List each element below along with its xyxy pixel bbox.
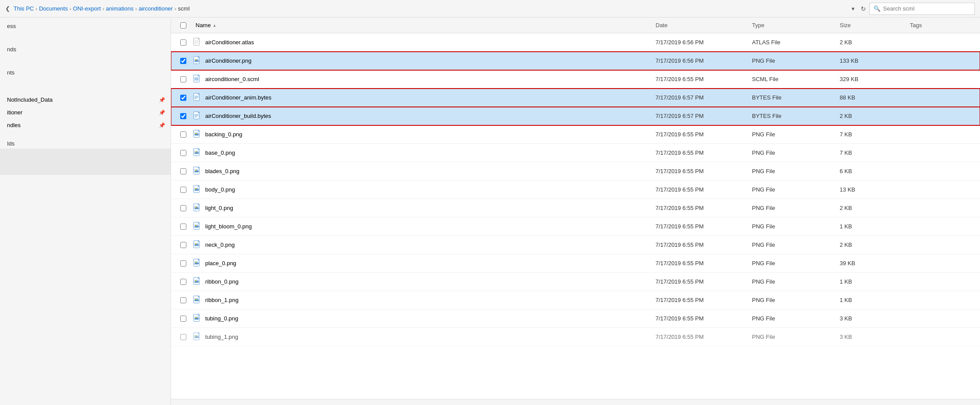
select-all-checkbox[interactable] [180, 22, 186, 28]
explorer-window: ❮ This PC › Documents › ONI-export › ani… [0, 0, 980, 405]
col-header-type[interactable]: Type [748, 22, 836, 28]
file-checkbox[interactable] [180, 224, 186, 230]
table-row[interactable]: light_bloom_0.png7/17/2019 6:55 PMPNG Fi… [171, 217, 980, 236]
ids-section-label: Ids [0, 139, 171, 149]
table-row[interactable]: ribbon_1.png7/17/2019 6:55 PMPNG File1 K… [171, 291, 980, 309]
table-row[interactable]: backing_0.png7/17/2019 6:55 PMPNG File7 … [171, 125, 980, 144]
file-name-cell: body_0.png [192, 185, 652, 195]
refresh-icon[interactable]: ↻ [861, 5, 866, 12]
file-type: PNG File [748, 223, 836, 230]
file-name-label: base_0.png [205, 149, 235, 156]
file-type-icon [192, 167, 202, 176]
svg-point-52 [195, 225, 196, 226]
table-row[interactable]: neck_0.png7/17/2019 6:55 PMPNG File2 KB [171, 236, 980, 254]
table-row[interactable]: tubing_0.png7/17/2019 6:55 PMPNG File3 K… [171, 309, 980, 328]
file-checkbox[interactable] [180, 76, 186, 82]
file-name-label: neck_0.png [205, 242, 235, 248]
table-row[interactable]: airConditioner_build.bytes7/17/2019 6:57… [171, 107, 980, 125]
svg-point-47 [195, 206, 196, 208]
file-type-icon [192, 148, 202, 158]
file-checkbox[interactable] [180, 187, 186, 193]
file-checkbox[interactable] [180, 39, 186, 46]
file-name-label: airConditioner.atlas [205, 39, 254, 46]
file-size: 2 KB [836, 205, 906, 211]
table-row[interactable]: light_0.png7/17/2019 6:55 PMPNG File2 KB [171, 199, 980, 217]
file-checkbox[interactable] [180, 113, 186, 119]
table-row[interactable]: place_0.png7/17/2019 6:55 PMPNG File39 K… [171, 254, 980, 273]
checkbox-cell [175, 76, 192, 82]
file-type: SCML File [748, 76, 836, 82]
sidebar-partial-nds: nds [0, 44, 171, 54]
file-date: 7/17/2019 6:55 PM [652, 186, 748, 193]
file-size: 1 KB [836, 297, 906, 303]
dropdown-icon[interactable]: ▼ [851, 6, 855, 11]
table-row[interactable]: base_0.png7/17/2019 6:55 PMPNG File7 KB [171, 144, 980, 162]
header-checkbox-cell[interactable] [175, 22, 192, 28]
table-row[interactable]: airconditioner_0.scml7/17/2019 6:55 PMSC… [171, 70, 980, 89]
file-size: 133 KB [836, 57, 906, 64]
file-date: 7/17/2019 6:55 PM [652, 131, 748, 138]
file-checkbox[interactable] [180, 316, 186, 322]
file-name-cell: neck_0.png [192, 240, 652, 250]
breadcrumb-this-pc[interactable]: This PC [14, 5, 34, 12]
svg-point-37 [195, 170, 196, 171]
file-size: 6 KB [836, 168, 906, 174]
file-type: PNG File [748, 242, 836, 248]
search-box[interactable]: 🔍 [870, 3, 975, 15]
file-date: 7/17/2019 6:55 PM [652, 334, 748, 340]
file-type-icon [192, 332, 202, 342]
file-name-label: backing_0.png [205, 131, 242, 138]
file-checkbox[interactable] [180, 260, 186, 266]
file-checkbox[interactable] [180, 334, 186, 340]
checkbox-cell [175, 150, 192, 156]
sidebar-item-itioner[interactable]: itioner 📌 [0, 108, 171, 117]
breadcrumb-animations[interactable]: animations [106, 5, 134, 12]
file-type: PNG File [748, 205, 836, 211]
file-checkbox[interactable] [180, 131, 186, 138]
file-type-icon [192, 314, 202, 323]
file-checkbox[interactable] [180, 58, 186, 64]
file-checkbox[interactable] [180, 168, 186, 174]
file-name-cell: ribbon_1.png [192, 295, 652, 305]
nav-back-icon[interactable]: ❮ [5, 5, 10, 12]
file-name-label: airConditioner_build.bytes [205, 113, 271, 119]
file-checkbox[interactable] [180, 95, 186, 101]
table-row[interactable]: body_0.png7/17/2019 6:55 PMPNG File13 KB [171, 181, 980, 199]
breadcrumb-airconditioner[interactable]: airconditioner [139, 5, 173, 12]
file-type: PNG File [748, 149, 836, 156]
file-checkbox[interactable] [180, 242, 186, 248]
horizontal-scrollbar[interactable] [171, 399, 980, 405]
file-name-cell: backing_0.png [192, 130, 652, 139]
file-checkbox[interactable] [180, 205, 186, 211]
file-name-label: blades_0.png [205, 168, 239, 174]
col-header-name[interactable]: Name ▲ [192, 22, 652, 28]
checkbox-cell [175, 187, 192, 193]
file-type-icon [192, 75, 202, 84]
table-row[interactable]: airConditioner.png7/17/2019 6:56 PMPNG F… [171, 52, 980, 70]
col-header-tags[interactable]: Tags [906, 22, 976, 28]
col-header-size[interactable]: Size [836, 22, 906, 28]
breadcrumb-documents[interactable]: Documents [39, 5, 68, 12]
file-checkbox[interactable] [180, 297, 186, 303]
file-type-icon [192, 185, 202, 195]
file-checkbox[interactable] [180, 150, 186, 156]
sidebar-partial-nts: nts [0, 68, 171, 78]
file-checkbox[interactable] [180, 279, 186, 285]
file-name-label: tubing_1.png [205, 334, 238, 340]
search-input[interactable] [883, 5, 971, 12]
table-row[interactable]: airConditioner.atlas7/17/2019 6:56 PMATL… [171, 33, 980, 52]
table-row[interactable]: tubing_1.png7/17/2019 6:55 PMPNG File3 K… [171, 328, 980, 346]
svg-point-67 [195, 280, 196, 281]
col-header-date[interactable]: Date [652, 22, 748, 28]
file-name-cell: airConditioner_anim.bytes [192, 93, 652, 103]
breadcrumb-oni-export[interactable]: ONI-export [73, 5, 101, 12]
sidebar-item-ndles[interactable]: ndles 📌 [0, 121, 171, 130]
table-row[interactable]: airConditioner_anim.bytes7/17/2019 6:57 … [171, 89, 980, 107]
table-row[interactable]: ribbon_0.png7/17/2019 6:55 PMPNG File1 K… [171, 273, 980, 291]
file-name-label: ribbon_0.png [205, 278, 239, 285]
breadcrumb[interactable]: ❮ This PC › Documents › ONI-export › ani… [5, 5, 847, 12]
table-row[interactable]: blades_0.png7/17/2019 6:55 PMPNG File6 K… [171, 162, 980, 181]
checkbox-cell [175, 131, 192, 138]
sidebar-item-notincluded[interactable]: NotIncluded_Data 📌 [0, 95, 171, 104]
file-type-icon [192, 56, 202, 66]
